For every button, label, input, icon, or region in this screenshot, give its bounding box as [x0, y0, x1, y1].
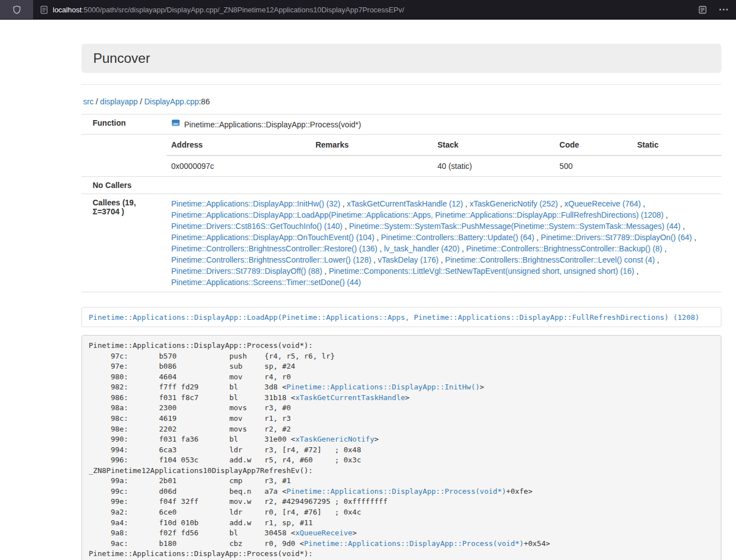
callees-list: Pinetime::Applications::DisplayApp::Init… [167, 194, 721, 292]
stats-value-address: 0x0000097c [167, 155, 311, 176]
callee-link[interactable]: Pinetime::Components::LittleVgl::SetNewT… [329, 267, 634, 276]
url-bar[interactable]: localhost:5000/path/src/displayapp/Displ… [33, 0, 694, 19]
callee-separator: , [340, 199, 347, 208]
callee-link[interactable]: Pinetime::Drivers::St7789::DisplayOn() (… [541, 233, 692, 242]
function-type-icon [171, 118, 180, 130]
stats-value-row: 0x0000097c40 (static)500 [167, 155, 721, 176]
callee-link[interactable]: Pinetime::Controllers::BrightnessControl… [466, 244, 662, 253]
function-name: Pinetime::Applications::DisplayApp::Proc… [184, 119, 361, 130]
callee-link[interactable]: Pinetime::Applications::DisplayApp::Load… [171, 210, 664, 219]
url-text: localhost:5000/path/src/displayapp/Displ… [53, 6, 404, 14]
callee-link[interactable]: Pinetime::Drivers::Cst816S::GetTouchInfo… [171, 222, 342, 231]
callee-separator: , [342, 222, 349, 231]
stats-header-stack: Stack [433, 135, 555, 155]
reader-view-icon[interactable] [698, 6, 707, 14]
callee-separator: , [374, 233, 381, 242]
callee-link[interactable]: lv_task_handler (420) [384, 244, 460, 253]
stats-header-remarks: Remarks [311, 135, 433, 155]
stats-table: AddressRemarksStackCodeStatic 0x0000097c… [167, 135, 721, 176]
callee-separator: , [438, 255, 445, 264]
callee-separator: , [460, 244, 467, 253]
page-title: Puncover [93, 51, 150, 66]
callee-separator: , [692, 233, 697, 242]
callee-link[interactable]: Pinetime::Controllers::BrightnessControl… [171, 244, 377, 253]
code-symbol-link[interactable]: Pinetime::Applications::DisplayApp::Proc… [304, 539, 524, 548]
breadcrumb-link[interactable]: displayapp [100, 97, 138, 106]
function-row: Function Pinetime::Applications::Display… [81, 114, 721, 135]
tracking-protection-button[interactable] [0, 0, 33, 19]
stats-header-code: Code [555, 135, 633, 155]
breadcrumb-separator: / [138, 97, 144, 106]
callee-link[interactable]: Pinetime::Controllers::BrightnessControl… [445, 255, 655, 264]
url-host: localhost [53, 6, 81, 14]
callee-separator: , [680, 222, 685, 231]
page-icon [40, 6, 48, 14]
callee-separator: , [558, 199, 565, 208]
stats-value-code: 500 [555, 155, 633, 176]
callee-link[interactable]: xTaskGetCurrentTaskHandle (12) [347, 199, 463, 208]
app-header: Puncover [81, 44, 721, 73]
function-row-label: Function [81, 114, 167, 135]
breadcrumb-separator: / [94, 97, 100, 106]
callees-row: Callees (19, Σ=3704 ) Pinetime::Applicat… [81, 194, 721, 292]
highlighted-symbol-box: Pinetime::Applications::DisplayApp::Load… [81, 307, 721, 327]
stats-value-static [633, 155, 721, 176]
callee-link[interactable]: xTaskGenericNotify (252) [469, 199, 557, 208]
callee-separator: , [641, 199, 645, 208]
callee-link[interactable]: xQueueReceive (764) [564, 199, 641, 208]
breadcrumb-line-number: :86 [199, 97, 209, 106]
header-divider [81, 84, 721, 85]
code-symbol-link[interactable]: xTaskGenericNotify [295, 435, 374, 443]
toolbar-actions [694, 0, 736, 19]
breadcrumb: src / displayapp / DisplayApp.cpp:86 [83, 97, 721, 106]
breadcrumb-link[interactable]: src [83, 97, 94, 106]
stats-header-row: AddressRemarksStackCodeStatic [167, 135, 721, 155]
callee-separator: , [662, 244, 667, 253]
stats-row-label [81, 135, 167, 177]
stats-value-stack: 40 (static) [433, 155, 555, 176]
highlighted-symbol-link[interactable]: Pinetime::Applications::DisplayApp::Load… [89, 313, 700, 322]
callee-separator: , [463, 199, 470, 208]
stats-row: AddressRemarksStackCodeStatic 0x0000097c… [81, 135, 721, 177]
url-path: :5000/path/src/displayapp/DisplayApp.cpp… [81, 6, 404, 14]
code-symbol-link[interactable]: Pinetime::Applications::DisplayApp::Init… [286, 383, 479, 391]
callee-separator: , [371, 255, 378, 264]
no-callers-row: No Callers [81, 177, 721, 194]
more-menu-icon[interactable] [719, 8, 728, 11]
stats-header-static: Static [633, 135, 721, 155]
code-symbol-link[interactable]: xTaskGetCurrentTaskHandle [295, 393, 405, 402]
callee-link[interactable]: vTaskDelay (176) [378, 255, 438, 264]
callee-separator: , [377, 244, 384, 253]
stats-header-address: Address [167, 135, 311, 155]
callee-link[interactable]: Pinetime::Drivers::St7789::DisplayOff() … [171, 267, 322, 276]
callee-link[interactable]: Pinetime::Controllers::BrightnessControl… [171, 255, 371, 264]
callee-separator: , [634, 267, 639, 276]
no-callers-label: No Callers [81, 177, 167, 194]
callee-link[interactable]: Pinetime::Applications::DisplayApp::Init… [171, 199, 340, 208]
callee-separator: , [534, 233, 541, 242]
callee-link[interactable]: Pinetime::Applications::Screens::Timer::… [171, 278, 361, 287]
shield-icon [12, 5, 21, 15]
code-symbol-link[interactable]: Pinetime::Applications::DisplayApp::Proc… [286, 487, 506, 495]
callee-separator: , [664, 210, 668, 219]
callee-separator: , [322, 267, 329, 276]
callee-link[interactable]: Pinetime::Applications::DisplayApp::OnTo… [171, 233, 374, 242]
callees-label: Callees (19, Σ=3704 ) [81, 194, 167, 292]
callee-link[interactable]: Pinetime::System::SystemTask::PushMessag… [349, 222, 681, 231]
breadcrumb-link[interactable]: DisplayApp.cpp [144, 97, 199, 106]
function-detail-table: Function Pinetime::Applications::Display… [81, 114, 721, 292]
browser-chrome: localhost:5000/path/src/displayapp/Displ… [0, 0, 736, 20]
callee-separator: , [655, 255, 659, 264]
callee-link[interactable]: Pinetime::Controllers::Battery::Update()… [381, 233, 534, 242]
disassembly-block: Pinetime::Applications::DisplayApp::Proc… [81, 335, 721, 560]
page-container: Puncover src / displayapp / DisplayApp.c… [81, 44, 721, 560]
code-symbol-link[interactable]: xQueueReceive [295, 529, 353, 537]
stats-value-remarks [311, 155, 433, 176]
